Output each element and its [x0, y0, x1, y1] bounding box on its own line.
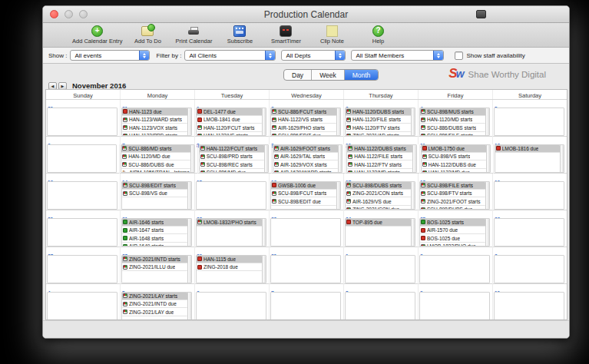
calendar-event[interactable]: ZING-2021/INTD due [122, 301, 187, 309]
calendar-event[interactable]: HAN-1122/FTV starts [347, 161, 412, 169]
cell-scrollbar[interactable] [411, 182, 415, 209]
calendar-event[interactable]: SCU-886/DUBS due [121, 161, 190, 169]
calendar-event[interactable]: HAN-1123/WARD starts [122, 117, 187, 124]
day-cell[interactable]: HAN-1123 dueHAN-1123/WARD startsHAN-1123… [121, 108, 192, 136]
cell-scrollbar[interactable] [485, 182, 489, 209]
calendar-event[interactable]: HAN-1122/DUBS starts [347, 145, 412, 153]
cell-scrollbar[interactable] [412, 145, 416, 172]
calendar-event[interactable]: HAN-1115 due [197, 256, 262, 263]
day-cell[interactable] [345, 255, 415, 283]
calendar-event[interactable]: BOS-1025 due [420, 235, 485, 243]
toolbar-clip-note-button[interactable]: Clip Note [311, 25, 352, 45]
calendar-event[interactable]: LMOB-1832/PHO starts [197, 219, 262, 227]
cell-scrollbar[interactable] [411, 108, 415, 135]
toolbar-add-to-do-button[interactable]: Add To Do [127, 25, 168, 45]
cell-scrollbar[interactable] [338, 145, 342, 172]
zoom-window-button[interactable] [79, 10, 88, 18]
tab-month[interactable]: Month [345, 70, 379, 80]
calendar-event[interactable]: LMOB-1841 due [197, 117, 262, 124]
calendar-event[interactable]: HAN-1120/MD due [121, 154, 190, 161]
calendar-event[interactable]: SCU-886/MD starts [121, 145, 190, 153]
previous-month-button[interactable]: ◀ [48, 82, 57, 90]
calendar-event[interactable]: HAN-1123 due [122, 108, 187, 116]
calendar-event[interactable]: HAN-1120/DUBS starts [346, 108, 411, 116]
day-cell[interactable] [47, 108, 117, 136]
calendar-event[interactable]: AIR-1629/VOX starts [273, 161, 338, 169]
cell-scrollbar[interactable] [262, 108, 266, 135]
tab-day[interactable]: Day [284, 70, 312, 80]
day-cell[interactable]: HAN-1120/DUBS startsHAN-1120/FILE starts… [345, 108, 415, 136]
calendar-event[interactable]: SCU-886/FILE starts [420, 133, 485, 136]
cell-scrollbar[interactable] [187, 182, 191, 209]
day-cell[interactable]: DEL-1477 dueLMOB-1841 dueHAN-1120/FCUT s… [196, 108, 266, 136]
show-staff-availability-checkbox[interactable] [455, 51, 463, 60]
calendar-event[interactable]: HAN-1120/FCUT starts [197, 124, 262, 132]
calendar-event[interactable]: SCU-886/DUBS starts [420, 124, 485, 132]
calendar-event[interactable]: ZING-2021/ILLU due [122, 264, 187, 272]
calendar-event[interactable]: HAN-1120/MD starts [420, 117, 485, 124]
day-cell[interactable] [270, 255, 341, 283]
day-cell[interactable] [47, 181, 117, 210]
toolbar-add-calendar-entry-button[interactable]: +Add Calendar Entry [72, 25, 122, 45]
cell-scrollbar[interactable] [262, 256, 266, 283]
cell-scrollbar[interactable] [262, 219, 266, 246]
calendar-event[interactable]: ✎AIRM-1056/TRAN • Interna [121, 170, 190, 173]
calendar-event[interactable]: HAN-1120/FTV starts [346, 124, 411, 132]
calendar-event[interactable]: SCU-898/DUBS due [420, 207, 485, 210]
cell-scrollbar[interactable] [485, 219, 489, 246]
calendar-event[interactable]: LMOB-1750 due [422, 145, 486, 153]
day-cell[interactable] [270, 218, 341, 247]
next-month-button[interactable]: ▶ [58, 82, 67, 90]
calendar-event[interactable]: SCU-898/MUS starts [420, 108, 485, 116]
calendar-event[interactable]: SCU-898/FCUT starts [271, 190, 336, 198]
day-cell[interactable] [494, 218, 564, 247]
clients-filter-dropdown[interactable]: All Clients [184, 50, 276, 61]
calendar-event[interactable]: SCU-886/FCUT starts [271, 108, 336, 116]
calendar-event[interactable]: LMOB-1816 due [495, 145, 560, 153]
day-cell[interactable] [196, 292, 266, 320]
day-cell[interactable] [47, 255, 117, 283]
calendar-event[interactable]: AIR-1629/VS due [346, 198, 411, 206]
calendar-event[interactable]: ZING-2021/INTD starts [122, 256, 187, 263]
day-cell[interactable] [345, 292, 415, 320]
calendar-event[interactable]: DEL-1477 due [197, 108, 262, 116]
toolbar-print-calendar-button[interactable]: Print Calendar [173, 25, 214, 45]
day-cell[interactable] [494, 108, 564, 136]
day-cell[interactable] [47, 292, 117, 320]
events-filter-dropdown[interactable]: All events [70, 50, 150, 61]
calendar-event[interactable]: HAN-1122/FILE starts [347, 154, 412, 161]
day-cell[interactable]: ZING-2021/LAY startsZING-2021/INTD dueZI… [121, 292, 192, 320]
calendar-event[interactable]: HAN-1123/VS starts [197, 133, 262, 136]
day-cell[interactable]: SCU-886/MD startsHAN-1120/MD dueSCU-886/… [121, 144, 195, 173]
calendar-event[interactable]: ZING-2018 due [197, 264, 262, 272]
calendar-event[interactable]: ZING-2021/LAY starts [122, 293, 187, 300]
calendar-event[interactable]: HAN-1122/FCUT starts [200, 145, 264, 153]
day-cell[interactable]: ZING-2021/INTD startsZING-2021/ILLU due [121, 255, 192, 283]
calendar-event[interactable]: HAN-1122/PRD starts [122, 133, 187, 136]
day-cell[interactable]: HAN-1122/DUBS startsHAN-1122/FILE starts… [346, 144, 416, 173]
calendar-event[interactable]: AIR-1646 starts [122, 219, 187, 227]
day-cell[interactable]: LMOB-1816 due [495, 144, 564, 173]
day-cell[interactable]: AIR-1646 startsAIR-1647 startsAIR-1648 s… [121, 218, 192, 247]
cell-scrollbar[interactable] [486, 145, 490, 172]
day-cell[interactable]: SCU-886/FCUT startsHAN-1122/VS startsAIR… [270, 108, 341, 136]
calendar-event[interactable]: SCU-898/FILE starts [420, 182, 485, 190]
calendar-event[interactable]: AIR-1648 starts [122, 235, 187, 243]
calendar-event[interactable]: ZING-2021/CON due [346, 207, 411, 210]
day-cell[interactable] [494, 181, 564, 210]
day-cell[interactable]: TOP-895 due [345, 218, 415, 247]
day-cell[interactable] [47, 218, 117, 247]
day-cell[interactable] [270, 292, 341, 320]
day-cell[interactable]: LMOB-1750 dueSCU-898/VS startsHAN-1122/D… [421, 144, 491, 173]
calendar-event[interactable]: SCU-898/EDIT starts [122, 182, 187, 190]
calendar-event[interactable]: GWSB-1006 due [271, 182, 336, 190]
calendar-event[interactable]: SCU-898/REC starts [200, 161, 264, 169]
calendar-event[interactable]: TOP-895 due [346, 219, 411, 227]
day-cell[interactable]: AIR-1629/FOOT startsAIR-1629/TAL startsA… [273, 144, 342, 173]
minimize-window-button[interactable] [65, 10, 73, 18]
calendar-event[interactable]: AIR-1647 starts [122, 227, 187, 235]
calendar-event[interactable]: SCU-898/VS due [122, 190, 187, 198]
calendar-event[interactable]: AIR-1629/WARD starts [273, 170, 338, 173]
calendar-event[interactable]: LMOB-1832/PHO due [420, 243, 485, 247]
calendar-event[interactable]: SCU-886/EDIT due [271, 133, 336, 136]
